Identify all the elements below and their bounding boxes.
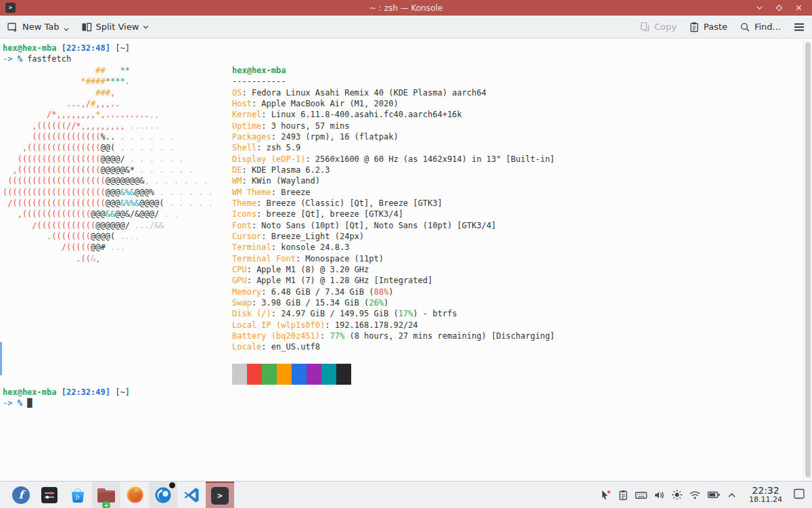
discover-icon: [69, 486, 87, 504]
konsole-icon: >: [211, 487, 229, 505]
palette-swatch: [292, 364, 307, 385]
clock-date: 18.11.24: [749, 496, 782, 504]
chevron-down-icon: [143, 25, 149, 29]
window-title: ~ : zsh — Konsole: [0, 3, 812, 13]
minimize-button[interactable]: [754, 3, 765, 13]
taskbar-item-discover[interactable]: [64, 482, 92, 508]
new-tab-icon: [7, 22, 18, 33]
paste-button[interactable]: Paste: [689, 22, 727, 33]
battery-icon[interactable]: [707, 490, 721, 500]
color-palette: [232, 364, 351, 385]
taskbar-item-fedora-launcher[interactable]: f: [7, 482, 35, 508]
paste-icon: [689, 22, 700, 33]
fastfetch-info: hex@hex-mba ----------- OS: Fedora Linux…: [232, 65, 555, 353]
new-tab-button[interactable]: New Tab: [7, 22, 69, 33]
copy-label: Copy: [654, 22, 677, 32]
palette-swatch: [247, 364, 262, 385]
brightness-icon[interactable]: [671, 489, 683, 501]
hamburger-icon: [793, 22, 805, 32]
taskbar-item-firefox[interactable]: [120, 482, 149, 508]
taskbar-item-vscode[interactable]: [177, 482, 206, 508]
terminal-prompt: hex@hex-mba [22:32:49] [~] -> % █: [3, 387, 130, 409]
vscode-icon: [183, 486, 200, 504]
taskbar-item-konsole[interactable]: >: [206, 482, 234, 508]
konsole-window: > ~ : zsh — Konsole New Tab: [0, 0, 812, 481]
find-button[interactable]: Find...: [740, 22, 781, 33]
split-view-icon: [81, 22, 92, 33]
clipboard-icon[interactable]: [618, 490, 629, 501]
paste-label: Paste: [704, 22, 727, 32]
notification-badge: [168, 482, 176, 489]
taskbar-item-file-manager[interactable]: +: [92, 482, 120, 508]
keyboard-icon[interactable]: [635, 490, 648, 501]
split-view-button[interactable]: Split View: [81, 22, 150, 33]
palette-swatch: [277, 364, 292, 385]
find-label: Find...: [754, 22, 781, 32]
palette-swatch: [307, 364, 321, 385]
system-tray: [600, 489, 737, 501]
terminal-view[interactable]: hex@hex-mba [22:32:48] [~] -> % fastfetc…: [0, 39, 812, 481]
copy-icon: [639, 22, 650, 33]
terminal-prompt: hex@hex-mba [22:32:48] [~] -> % fastfetc…: [3, 43, 130, 65]
volume-icon[interactable]: [654, 490, 665, 501]
palette-swatch: [262, 364, 277, 385]
folder-add-badge: +: [102, 501, 110, 508]
hamburger-menu-button[interactable]: [793, 22, 805, 32]
wifi-icon[interactable]: [689, 490, 701, 500]
window-titlebar[interactable]: > ~ : zsh — Konsole: [0, 0, 812, 16]
close-button[interactable]: [794, 3, 804, 13]
clock-time: 22:32: [749, 486, 782, 496]
fastfetch-ascii-logo: ## ** *####****. ###, ...,/#,,,.. /*,,,,…: [3, 65, 213, 264]
palette-swatch: [232, 364, 247, 385]
show-desktop-button[interactable]: [793, 488, 805, 503]
copy-button[interactable]: Copy: [639, 22, 677, 33]
desktop: > ~ : zsh — Konsole New Tab: [0, 0, 812, 508]
chevron-down-icon: [64, 28, 69, 31]
search-icon: [740, 22, 750, 33]
scrollbar-thumb[interactable]: [805, 42, 811, 478]
konsole-app-icon: >: [5, 3, 16, 13]
taskbar-item-zen-browser[interactable]: [149, 482, 177, 508]
new-tab-label: New Tab: [22, 22, 60, 32]
clock[interactable]: 22:32 18.11.24: [749, 486, 782, 503]
fedora-logo-icon: f: [12, 486, 30, 504]
palette-swatch: [321, 364, 336, 385]
pointer-blocked-icon[interactable]: [600, 489, 612, 501]
taskbar: f: [0, 481, 812, 508]
taskbar-item-system-settings[interactable]: [35, 482, 64, 508]
palette-swatch: [336, 364, 351, 385]
firefox-icon: [126, 486, 144, 504]
tray-expand-icon[interactable]: [727, 491, 737, 499]
system-settings-icon: [41, 487, 58, 503]
output-marker: [0, 342, 2, 375]
split-view-label: Split View: [96, 22, 139, 32]
toolbar: New Tab Split View Copy: [0, 16, 812, 39]
maximize-button[interactable]: [774, 3, 784, 13]
scrollbar[interactable]: [803, 39, 812, 481]
